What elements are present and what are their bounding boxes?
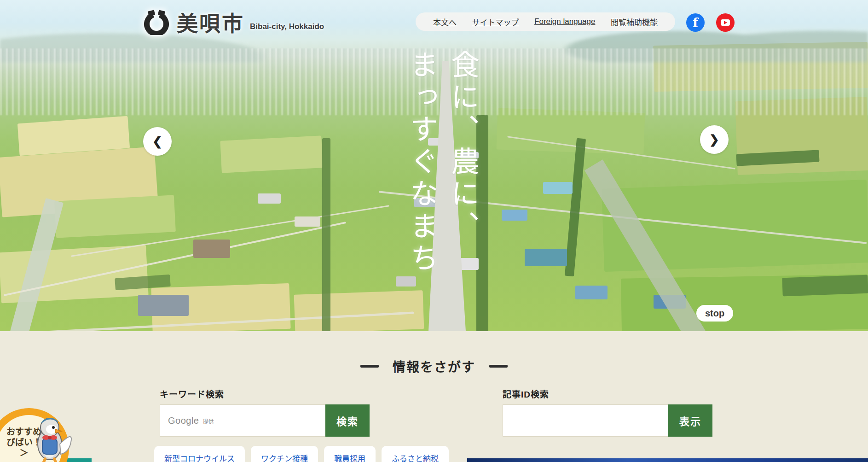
bibai-city-emblem-icon bbox=[143, 9, 170, 35]
keyword-input-wrap: Google提供 bbox=[160, 404, 325, 437]
section-heading: 情報をさがす bbox=[0, 357, 868, 375]
tag-covid[interactable]: 新型コロナウイルス bbox=[154, 446, 245, 462]
keyword-search-input[interactable] bbox=[160, 404, 325, 437]
hero-carousel: 食に、農に、 まっすぐなまち ❮ ❯ stop bbox=[0, 0, 868, 331]
carousel-prev-button[interactable]: ❮ bbox=[143, 127, 172, 156]
tag-vaccine[interactable]: ワクチン接種 bbox=[251, 446, 318, 462]
article-id-search-form: 表示 bbox=[503, 404, 712, 437]
heading-dash-left bbox=[360, 365, 379, 368]
hero-catchphrase-col2: まっすぐなまち bbox=[407, 50, 436, 275]
article-id-search-label: 記事ID検索 bbox=[503, 387, 549, 400]
nav-link-to-content[interactable]: 本文へ bbox=[433, 16, 457, 28]
site-logo[interactable]: 美唄市 Bibai-city, Hokkaido bbox=[143, 6, 324, 37]
youtube-play-triangle-icon bbox=[724, 21, 727, 24]
nav-link-accessibility[interactable]: 閲覧補助機能 bbox=[611, 16, 658, 28]
facebook-f-glyph: f bbox=[693, 15, 698, 30]
site-subtitle: Bibai-city, Hokkaido bbox=[250, 22, 324, 31]
stop-button-label: stop bbox=[705, 308, 724, 319]
section-title: 情報をさがす bbox=[393, 357, 475, 375]
youtube-play-frame bbox=[721, 19, 730, 26]
hero-catchphrase-col1: 食に、農に、 bbox=[448, 50, 477, 275]
quick-tags: 新型コロナウイルス ワクチン接種 職員採用 ふるさと納税 bbox=[154, 446, 449, 462]
next-banner-navy-edge bbox=[467, 458, 868, 462]
article-id-show-button[interactable]: 表示 bbox=[668, 404, 712, 437]
keyword-search-label: キーワード検索 bbox=[160, 387, 224, 400]
carousel-next-button[interactable]: ❯ bbox=[700, 125, 729, 154]
utility-nav: 本文へ サイトマップ Foreign language 閲覧補助機能 bbox=[416, 12, 675, 31]
recommend-bibai-badge[interactable]: おすすめ びばい！ ＞ bbox=[0, 408, 69, 462]
keyword-search-button[interactable]: 検索 bbox=[325, 404, 370, 437]
bird-mascot-icon bbox=[31, 412, 74, 462]
page: 食に、農に、 まっすぐなまち ❮ ❯ stop 美唄市 Bibai-city, … bbox=[0, 0, 868, 462]
search-section: 情報をさがす キーワード検索 Google提供 検索 新型コロナウイルス ワクチ… bbox=[0, 331, 868, 462]
keyword-search-form: Google提供 検索 bbox=[160, 404, 370, 437]
hero-catchphrase: 食に、農に、 まっすぐなまち bbox=[395, 50, 489, 275]
facebook-icon[interactable]: f bbox=[686, 13, 705, 32]
tag-recruitment[interactable]: 職員採用 bbox=[324, 446, 376, 462]
nav-link-sitemap[interactable]: サイトマップ bbox=[472, 16, 519, 28]
site-name: 美唄市 bbox=[177, 6, 244, 37]
chevron-right-icon: ❯ bbox=[709, 133, 719, 147]
heading-dash-right bbox=[489, 365, 508, 368]
youtube-icon[interactable] bbox=[716, 13, 735, 32]
article-id-input[interactable] bbox=[503, 404, 668, 437]
tag-furusato-tax[interactable]: ふるさと納税 bbox=[382, 446, 449, 462]
nav-link-foreign-language[interactable]: Foreign language bbox=[534, 17, 595, 26]
chevron-left-icon: ❮ bbox=[152, 135, 162, 149]
carousel-stop-button[interactable]: stop bbox=[696, 305, 733, 322]
